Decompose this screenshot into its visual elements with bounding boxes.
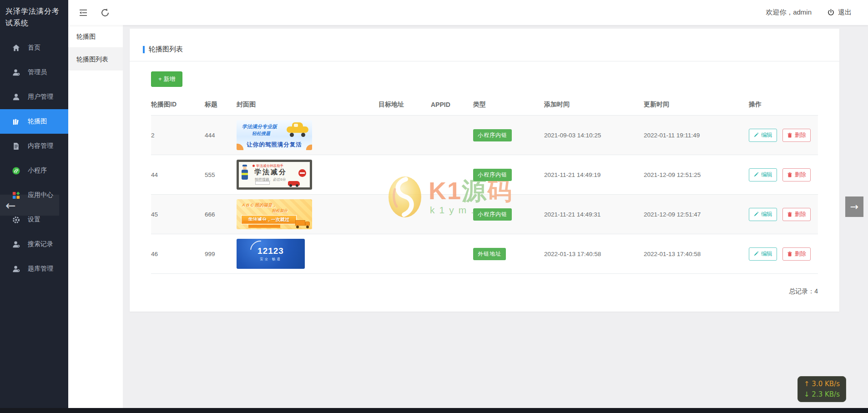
cover-image-banner1[interactable]: 学法满分专业版 轻松搜题 让你的驾照满分复活 — [237, 120, 312, 150]
sidebar-item-carousel[interactable]: 轮播图 — [0, 109, 68, 134]
cell-updated: 2021-12-09 12:51:47 — [644, 195, 749, 234]
sidebar-item-question-bank[interactable]: 题库管理 — [0, 257, 68, 281]
sidebar-item-label: 内容管理 — [28, 142, 53, 150]
delete-button[interactable]: 删除 — [782, 208, 811, 221]
cell-added: 2022-01-13 17:40:58 — [544, 234, 644, 274]
cell-target — [378, 234, 431, 274]
sidebar-item-miniprogram[interactable]: 小程序 — [0, 158, 68, 183]
open-drawer-button[interactable]: → — [845, 196, 863, 217]
car-illustration — [288, 181, 300, 186]
cell-updated: 2022-01-13 17:40:58 — [644, 234, 749, 274]
bottom-strip — [0, 408, 868, 413]
home-icon — [12, 44, 20, 52]
delete-button[interactable]: 删除 — [782, 247, 811, 261]
trash-icon — [787, 251, 792, 257]
cell-id: 45 — [151, 195, 205, 234]
cell-added: 2021-11-21 14:49:31 — [544, 195, 644, 234]
cell-updated: 2022-01-11 19:11:49 — [644, 116, 749, 155]
welcome-text: 欢迎你，admin — [766, 8, 812, 17]
edit-button[interactable]: 编辑 — [749, 247, 777, 261]
cover-image-banner4[interactable]: 12123 安全·畅通 — [237, 239, 305, 269]
sidebar-item-label: 轮播图 — [28, 117, 47, 126]
sidebar-item-home[interactable]: 首页 — [0, 35, 68, 60]
panel-title: 轮播图列表 — [149, 45, 183, 54]
user-icon — [12, 93, 20, 101]
cell-title: 999 — [205, 234, 237, 274]
cell-id: 2 — [151, 116, 205, 155]
app-title: 兴泽学法满分考试系统 — [0, 0, 68, 29]
car-illustration — [287, 126, 308, 136]
add-button[interactable]: + 新增 — [151, 71, 182, 87]
refresh-icon[interactable] — [100, 8, 110, 18]
logout-button[interactable]: 退出 — [827, 8, 852, 17]
sub-sidebar: 轮播图 轮播图列表 — [68, 0, 123, 408]
police-illustration — [241, 165, 248, 185]
right-arrow-icon: → — [850, 201, 858, 212]
content-icon — [12, 142, 20, 151]
cell-type: 小程序内链 — [473, 195, 544, 234]
banner-button-shape — [255, 181, 270, 185]
submenu-item-carousel[interactable]: 轮播图 — [68, 25, 123, 48]
cell-added: 2021-11-21 14:49:19 — [544, 155, 644, 195]
col-title: 标题 — [205, 95, 237, 116]
cell-type: 小程序内链 — [473, 155, 544, 195]
col-type: 类型 — [473, 95, 544, 116]
col-appid: APPID — [431, 95, 473, 116]
type-badge: 小程序内链 — [473, 169, 512, 181]
sidebar-item-content[interactable]: 内容管理 — [0, 134, 68, 158]
carousel-icon — [12, 117, 20, 126]
cell-updated: 2021-12-09 12:51:25 — [644, 155, 749, 195]
upload-speed: ↑ 3.0 KB/s — [804, 379, 840, 389]
cover-image-banner2[interactable]: 学法减分神器助手 学法减分 拍照搜题、必过6分 — [237, 160, 312, 190]
main-menu: 首页 管理员 用户管理 轮播图 内容管理 — [0, 35, 68, 281]
table-row: 46 999 12123 安全·畅通 外链地址 2022-01-13 17:40… — [151, 234, 818, 274]
col-actions: 操作 — [749, 95, 818, 116]
cover-image-banner3[interactable]: A B C 照的福音， 轻松加分 学法减分，一次就过 — [237, 199, 312, 229]
fold-menu-icon[interactable] — [78, 8, 88, 18]
sidebar-item-label: 首页 — [28, 44, 40, 52]
col-updated: 更新时间 — [644, 95, 749, 116]
pencil-icon — [753, 251, 759, 257]
submenu-item-carousel-list[interactable]: 轮播图列表 — [68, 48, 123, 71]
cell-actions: 编辑 删除 — [749, 116, 818, 155]
cell-id: 46 — [151, 234, 205, 274]
cell-appid — [431, 234, 473, 274]
logout-label: 退出 — [838, 8, 852, 17]
edit-button[interactable]: 编辑 — [749, 208, 777, 221]
col-added: 添加时间 — [544, 95, 644, 116]
carousel-list-panel: 轮播图列表 + 新增 轮播图ID 标题 封面图 目标地址 APPID 类型 添加… — [130, 29, 839, 312]
trash-icon — [787, 172, 792, 177]
power-icon — [827, 9, 835, 16]
back-overlay[interactable]: ← — [0, 195, 59, 216]
sidebar-item-label: 管理员 — [28, 68, 47, 76]
cell-target — [378, 195, 431, 234]
col-target: 目标地址 — [378, 95, 431, 116]
cell-cover: 学法满分专业版 轻松搜题 让你的驾照满分复活 — [237, 116, 378, 155]
delete-button[interactable]: 删除 — [782, 168, 811, 181]
settings-gear-icon — [12, 216, 20, 224]
edit-button[interactable]: 编辑 — [749, 168, 777, 181]
cell-appid — [431, 195, 473, 234]
sidebar-item-search-records[interactable]: 搜索记录 — [0, 232, 68, 257]
cell-added: 2021-09-03 14:10:25 — [544, 116, 644, 155]
divider — [130, 61, 839, 61]
miniprogram-icon — [12, 166, 20, 175]
cell-actions: 编辑 删除 — [749, 155, 818, 195]
delete-button[interactable]: 删除 — [782, 129, 811, 142]
sidebar-item-label: 小程序 — [28, 166, 47, 175]
banner-text: 轻松加分 — [237, 208, 312, 214]
total-records: 总记录：4 — [130, 287, 818, 296]
truck-illustration — [294, 220, 310, 227]
edit-button[interactable]: 编辑 — [749, 129, 777, 142]
table-row: 2 444 学法满分专业版 轻松搜题 让你的驾照满分复活 — [151, 116, 818, 155]
table-row: 45 666 A B C 照的福音， 轻松加分 学法减分，一次就过 — [151, 195, 818, 234]
question-bank-icon — [12, 265, 20, 273]
cell-appid — [431, 116, 473, 155]
cell-target — [378, 116, 431, 155]
banner-text: 让你的驾照满分复活 — [237, 141, 312, 149]
cell-title: 555 — [205, 155, 237, 195]
sidebar-item-label: 搜索记录 — [28, 240, 53, 248]
search-record-icon — [12, 240, 20, 249]
sidebar-item-admins[interactable]: 管理员 — [0, 60, 68, 85]
sidebar-item-users[interactable]: 用户管理 — [0, 85, 68, 109]
